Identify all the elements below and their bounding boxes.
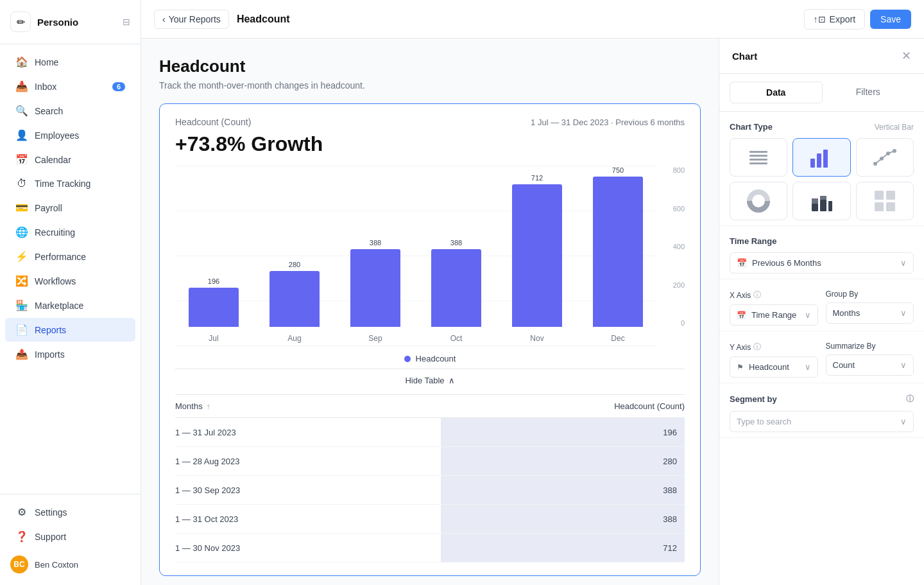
growth-text: +73.8% Growth: [175, 132, 685, 156]
bar-value-label: 750: [612, 166, 624, 174]
table-row: 1 — 31 Oct 2023 388: [175, 505, 685, 534]
hide-table-button[interactable]: Hide Table ∧: [175, 369, 685, 392]
x-axis-label: X Axis ⓘ: [730, 290, 818, 301]
table-cell-count: 280: [441, 447, 685, 475]
y-label: 600: [673, 205, 685, 213]
close-icon[interactable]: ✕: [902, 49, 911, 63]
chart-legend: Headcount: [175, 354, 685, 363]
x-label: Dec: [579, 331, 656, 346]
sidebar-item-workflows[interactable]: 🔀 Workflows: [5, 269, 135, 293]
chart-type-grid: [730, 138, 914, 220]
sidebar-item-home[interactable]: 🏠 Home: [5, 50, 135, 74]
sidebar-item-label: Marketplace: [35, 301, 83, 311]
sidebar-item-time-tracking[interactable]: ⏱ Time Tracking: [5, 172, 135, 195]
back-button[interactable]: ‹ Your Reports: [154, 10, 229, 29]
count-value: 388: [663, 485, 677, 495]
sidebar-item-search[interactable]: 🔍 Search: [5, 99, 135, 123]
chevron-down-icon: ∨: [900, 360, 907, 370]
chevron-down-icon: ∨: [805, 362, 811, 372]
topbar: ‹ Your Reports Headcount ↑⊡ Export Save: [141, 0, 924, 39]
sidebar-item-recruiting[interactable]: 🌐 Recruiting: [5, 220, 135, 244]
segment-placeholder: Type to search: [737, 417, 791, 426]
sidebar-item-performance[interactable]: ⚡ Performance: [5, 245, 135, 268]
sidebar-item-label: Imports: [35, 349, 65, 360]
count-value: 712: [663, 543, 677, 553]
sidebar-item-inbox[interactable]: 📥 Inbox 6: [5, 74, 135, 98]
sidebar-logo: ✏ Personio ⊟: [0, 0, 141, 44]
svg-rect-15: [820, 200, 826, 211]
x-label: Nov: [499, 331, 576, 346]
home-icon: 🏠: [15, 56, 28, 68]
sidebar-item-label: Support: [35, 532, 66, 542]
panel-header: Chart ✕: [719, 39, 924, 74]
chart-type-vertical-bar[interactable]: [792, 138, 850, 177]
svg-rect-6: [823, 150, 828, 168]
sidebar-item-payroll[interactable]: 💳 Payroll: [5, 196, 135, 220]
report-main: Headcount Track the month-over-month cha…: [141, 39, 719, 585]
calendar-icon-small: 📅: [737, 311, 746, 320]
sidebar-item-reports[interactable]: 📄 Reports: [5, 318, 135, 342]
performance-icon: ⚡: [15, 250, 28, 263]
y-label: 200: [673, 281, 685, 289]
y-axis-row: Y Axis ⓘ ⚑ Headcount ∨ Summarize By: [730, 342, 914, 378]
summarize-by-select[interactable]: Count ∨: [826, 354, 914, 376]
x-label: Aug: [256, 331, 333, 346]
sidebar-item-label: Employees: [35, 130, 79, 141]
bar-group: 196: [175, 166, 252, 327]
reports-icon: 📄: [15, 324, 28, 336]
topbar-actions: ↑⊡ Export Save: [804, 9, 911, 30]
chart-type-donut[interactable]: [730, 182, 787, 220]
y-axis-info-icon[interactable]: ⓘ: [753, 342, 761, 353]
sidebar-item-support[interactable]: ❓ Support: [5, 525, 135, 548]
sidebar-item-employees[interactable]: 👤 Employees: [5, 123, 135, 147]
y-axis: 800 600 400 200 0: [659, 166, 685, 327]
sidebar-item-marketplace[interactable]: 🏪 Marketplace: [5, 293, 135, 317]
segment-info-icon[interactable]: ⓘ: [906, 394, 914, 405]
chart-type-grid[interactable]: [856, 182, 914, 220]
sidebar-item-settings[interactable]: ⚙ Settings: [5, 500, 135, 524]
user-profile-row[interactable]: BC Ben Coxton: [0, 549, 141, 580]
x-axis-select[interactable]: 📅 Time Range ∨: [730, 304, 818, 326]
time-range-value: Previous 6 Months: [752, 258, 821, 268]
segment-by-input[interactable]: Type to search ∨: [730, 411, 914, 432]
count-value: 280: [663, 457, 677, 466]
bar-value-label: 196: [208, 277, 219, 285]
data-table: Months ↑ Headcount (Count) 1 — 31 Jul 20…: [175, 394, 685, 563]
group-by-select[interactable]: Months ∨: [826, 302, 914, 324]
export-button[interactable]: ↑⊡ Export: [804, 9, 865, 30]
chart-type-stacked-bar[interactable]: [792, 182, 850, 220]
bar-value-label: 280: [289, 261, 300, 268]
chart-type-table[interactable]: [730, 138, 787, 177]
panel-title: Chart: [732, 51, 757, 62]
sidebar: ✏ Personio ⊟ 🏠 Home 📥 Inbox 6 🔍 Search 👤…: [0, 0, 141, 585]
sidebar-item-calendar[interactable]: 📅 Calendar: [5, 148, 135, 171]
save-button[interactable]: Save: [870, 10, 911, 29]
sidebar-item-label: Workflows: [35, 276, 76, 286]
employees-icon: 👤: [15, 129, 28, 141]
sidebar-item-imports[interactable]: 📤 Imports: [5, 342, 135, 366]
topbar-page-title: Headcount: [237, 13, 290, 25]
y-label: 400: [673, 243, 685, 250]
chart-date-range: 1 Jul — 31 Dec 2023 · Previous 6 months: [531, 118, 685, 127]
y-axis-section: Y Axis ⓘ ⚑ Headcount ∨ Summarize By: [719, 331, 924, 383]
hide-table-label: Hide Table: [405, 376, 444, 385]
x-axis-info-icon[interactable]: ⓘ: [753, 290, 761, 301]
chevron-down-icon: ∨: [900, 417, 907, 426]
table-row: 1 — 30 Nov 2023 712: [175, 534, 685, 563]
table-cell-count: 196: [441, 418, 685, 446]
tab-filters[interactable]: Filters: [823, 82, 914, 103]
content-area: Headcount Track the month-over-month cha…: [141, 39, 924, 585]
calendar-icon: 📅: [15, 153, 28, 166]
table-cell-period: 1 — 31 Oct 2023: [175, 507, 441, 532]
tab-data[interactable]: Data: [730, 82, 823, 103]
y-axis-label: Y Axis ⓘ: [730, 342, 818, 353]
y-axis-select[interactable]: ⚑ Headcount ∨: [730, 356, 818, 378]
time-range-select[interactable]: 📅 Previous 6 Months ∨: [730, 252, 914, 274]
y-axis-col: Y Axis ⓘ ⚑ Headcount ∨: [730, 342, 818, 378]
group-by-value: Months: [833, 308, 860, 318]
avatar: BC: [10, 555, 28, 573]
chart-type-line[interactable]: [856, 138, 914, 177]
sidebar-toggle-icon[interactable]: ⊟: [123, 17, 130, 27]
bar-group: 280: [256, 166, 333, 327]
sort-icon[interactable]: ↑: [207, 401, 211, 411]
